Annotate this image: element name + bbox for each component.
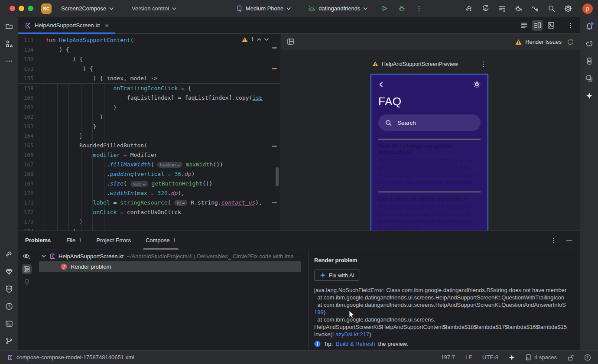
chevron-down-icon[interactable] [264,38,269,41]
status-file[interactable]: compose-compose-model-1758748140651.xml [7,354,134,361]
close-window-button[interactable] [10,6,15,11]
device-manager-icon[interactable] [585,75,593,82]
gemini-icon[interactable] [585,92,593,100]
project-name: Screen2Compose [61,5,106,12]
ai-spark-icon[interactable] [509,354,515,361]
tab-compose[interactable]: Compose1 [143,231,179,250]
profiler-icon[interactable] [531,5,539,13]
running-devices-icon[interactable] [585,57,593,65]
faq-question: How do I change my profile information? [378,143,476,156]
preview-more-options-icon[interactable]: ⋮ [480,61,487,67]
zoom-window-button[interactable] [28,6,33,11]
problems-tool-icon[interactable] [5,302,13,310]
project-menu[interactable]: Screen2Compose [58,3,117,13]
app-quality-insights-icon[interactable] [5,268,13,276]
unlocked-icon[interactable] [567,354,574,361]
caret-position[interactable]: 197:7 [441,354,455,361]
kotlin-file-icon [49,253,55,260]
faq-screen-title: FAQ [378,95,481,108]
stack-trace-line: invoke(LazyDsl.kt:217) [314,331,580,338]
chevron-up-icon[interactable] [257,38,261,41]
faq-question-row[interactable]: How do I change my profile information? [378,143,481,156]
issue-indicator-icon[interactable] [584,354,591,361]
code-line[interactable]: 130 ) { [18,55,280,64]
trace-link[interactable]: 199 [314,309,324,315]
code-line[interactable]: 111fun HelpAndSupportContent( [18,36,280,45]
tab-file[interactable]: File1 [64,231,84,250]
render-problem-row[interactable]: Render problem [18,261,309,272]
refresh-preview-icon[interactable] [567,39,574,46]
editor-scrollbar[interactable] [276,167,279,186]
editor-more-options-icon[interactable]: ⋮ [567,22,574,29]
structure-icon[interactable] [5,40,13,48]
device-selector[interactable]: Medium Phone [233,3,294,14]
build-refresh-link[interactable]: Build & Refresh [336,341,375,347]
vcs-menu[interactable]: Version control [128,3,180,13]
build-variants-icon[interactable]: 5 [498,5,506,13]
more-tool-windows-icon[interactable] [5,57,13,65]
stripe-mark-green[interactable] [272,146,277,147]
version-control-icon[interactable] [5,337,13,345]
build-tool-icon[interactable] [5,250,13,258]
indent-setting[interactable]: 4 spaces [525,354,557,361]
line-number: 171 [18,198,40,208]
attach-debugger-icon[interactable] [515,5,523,13]
hide-panel-icon[interactable] [566,240,572,241]
terminal-icon[interactable] [5,320,13,328]
code-editor[interactable]: 111fun HelpAndSupportContent(124 ) {130 … [18,34,280,231]
back-icon[interactable] [378,81,384,88]
preview-name: HelpAndSupportScreenPreview [382,61,458,67]
fix-with-ai-button[interactable]: Fix with AI [314,270,360,281]
ui-check-mode-icon[interactable] [287,38,294,46]
faq-question-row[interactable]: Can I pause or delete my profile? [378,195,481,202]
tab-count: 1 [78,237,81,244]
stripe-mark-green[interactable] [272,47,277,49]
settings-gear-icon[interactable] [473,81,481,88]
run-button[interactable] [378,3,391,13]
faq-question: Can I pause or delete my profile? [378,195,467,202]
build-icon[interactable] [465,5,473,13]
gradle-icon[interactable] [585,40,593,48]
notifications-bell-icon[interactable] [585,23,593,30]
file-encoding[interactable]: UTF-8 [482,354,498,361]
phone-preview[interactable]: FAQ Search How do I change my profile in… [370,74,488,231]
close-tab-icon[interactable]: × [105,22,109,29]
problems-file-row[interactable]: HelpAndSupportScreen.kt ~/AndroidStudioP… [18,251,309,261]
code-line[interactable]: 155 ) { index, model -> [18,74,280,84]
indent-guide [81,83,81,231]
line-separator[interactable]: LF [465,354,472,361]
trace-link[interactable]: LazyDsl.kt:217 [332,331,369,338]
faq-search-bar[interactable]: Search [378,114,481,131]
panel-more-options-icon[interactable]: ⋮ [550,237,557,244]
indent-guide [57,83,58,231]
code-line[interactable]: 124 ) { [18,45,280,55]
minimize-window-button[interactable] [19,6,24,11]
code-view-icon[interactable] [520,22,528,29]
tab-project-errors[interactable]: Project Errors [94,231,133,250]
quick-fix-bulb-icon[interactable] [24,279,30,286]
ai-spark-icon [320,272,326,278]
editor-tab[interactable]: HelpAndSupportScreen.kt × [18,17,115,33]
sync-project-icon[interactable]: A [482,5,490,13]
run-configuration-selector[interactable]: datingandfriends [305,3,371,13]
debug-button[interactable] [395,3,409,14]
logcat-icon[interactable] [5,285,13,293]
avatar[interactable]: p [582,3,593,14]
project-folder-icon[interactable] [5,23,13,30]
split-view-button[interactable] [532,20,543,31]
preview-card-header[interactable]: HelpAndSupportScreenPreview ⋮ [370,61,488,67]
design-view-icon[interactable] [547,22,555,29]
run-icon [381,5,388,12]
chevron-down-icon [286,7,291,10]
render-issues-button[interactable]: Render Issues [515,39,562,45]
device-icon [236,5,243,12]
stripe-mark-green[interactable] [272,202,277,203]
indent-guide [104,83,104,231]
inspections-widget[interactable]: 1 [242,36,269,42]
tool-window-title[interactable]: Problems [25,237,51,244]
code-line[interactable]: 151 ) { [18,64,280,74]
more-run-actions-button[interactable]: ⋮ [412,3,426,13]
settings-gear-icon[interactable] [564,5,572,13]
search-icon[interactable] [548,5,556,13]
stripe-mark-warning[interactable] [272,68,277,69]
